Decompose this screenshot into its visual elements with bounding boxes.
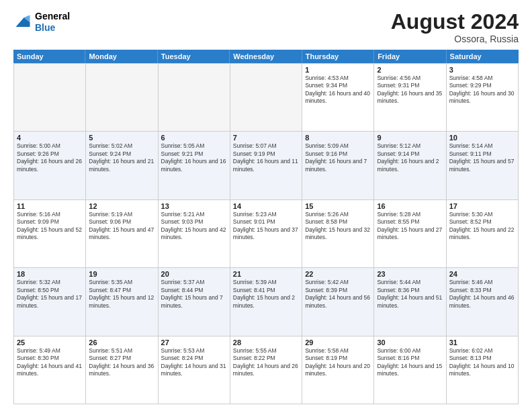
cal-cell-6: 6Sunrise: 5:05 AMSunset: 9:21 PMDaylight…: [159, 132, 230, 199]
day-number: 21: [233, 270, 299, 278]
cell-info: Sunrise: 5:37 AMSunset: 8:44 PMDaylight:…: [161, 279, 227, 310]
day-number: 18: [17, 270, 83, 278]
cal-cell-empty: [14, 64, 86, 132]
cal-cell-23: 23Sunrise: 5:44 AMSunset: 8:36 PMDayligh…: [374, 268, 446, 336]
cell-info: Sunrise: 5:53 AMSunset: 8:24 PMDaylight:…: [161, 347, 227, 378]
cal-cell-12: 12Sunrise: 5:19 AMSunset: 9:06 PMDayligh…: [86, 200, 158, 268]
cell-info: Sunrise: 5:32 AMSunset: 8:50 PMDaylight:…: [17, 279, 83, 310]
cell-info: Sunrise: 5:14 AMSunset: 9:11 PMDaylight:…: [449, 142, 515, 173]
cal-cell-21: 21Sunrise: 5:39 AMSunset: 8:41 PMDayligh…: [230, 268, 302, 336]
cal-cell-10: 10Sunrise: 5:14 AMSunset: 9:11 PMDayligh…: [447, 132, 519, 199]
header-day-tuesday: Tuesday: [158, 50, 230, 63]
cell-info: Sunrise: 5:58 AMSunset: 8:19 PMDaylight:…: [305, 347, 371, 378]
cell-info: Sunrise: 5:44 AMSunset: 8:36 PMDaylight:…: [377, 279, 443, 310]
cal-cell-27: 27Sunrise: 5:53 AMSunset: 8:24 PMDayligh…: [159, 336, 230, 404]
day-number: 13: [161, 202, 227, 210]
cal-cell-4: 4Sunrise: 5:00 AMSunset: 9:26 PMDaylight…: [14, 132, 86, 199]
header-day-monday: Monday: [85, 50, 157, 63]
location: Ossora, Russia: [391, 34, 519, 44]
day-number: 25: [17, 338, 83, 347]
cal-cell-3: 3Sunrise: 4:58 AMSunset: 9:29 PMDaylight…: [447, 64, 519, 132]
cell-info: Sunrise: 5:35 AMSunset: 8:47 PMDaylight:…: [89, 279, 154, 310]
cal-cell-13: 13Sunrise: 5:21 AMSunset: 9:03 PMDayligh…: [159, 200, 230, 268]
cell-info: Sunrise: 5:19 AMSunset: 9:06 PMDaylight:…: [89, 211, 154, 242]
day-number: 6: [161, 134, 227, 142]
day-number: 22: [305, 270, 371, 278]
day-number: 27: [161, 338, 227, 347]
cal-cell-22: 22Sunrise: 5:42 AMSunset: 8:39 PMDayligh…: [302, 268, 374, 336]
cal-row-4: 18Sunrise: 5:32 AMSunset: 8:50 PMDayligh…: [14, 268, 519, 336]
cell-info: Sunrise: 5:16 AMSunset: 9:09 PMDaylight:…: [17, 211, 83, 242]
cal-cell-11: 11Sunrise: 5:16 AMSunset: 9:09 PMDayligh…: [14, 200, 86, 268]
day-number: 9: [377, 134, 443, 142]
cal-cell-9: 9Sunrise: 5:12 AMSunset: 9:14 PMDaylight…: [374, 132, 446, 199]
cal-cell-16: 16Sunrise: 5:28 AMSunset: 8:55 PMDayligh…: [374, 200, 446, 268]
cal-cell-17: 17Sunrise: 5:30 AMSunset: 8:52 PMDayligh…: [447, 200, 519, 268]
cal-cell-2: 2Sunrise: 4:56 AMSunset: 9:31 PMDaylight…: [374, 64, 446, 132]
cell-info: Sunrise: 5:51 AMSunset: 8:27 PMDaylight:…: [89, 347, 154, 378]
day-number: 30: [377, 338, 443, 347]
cal-cell-14: 14Sunrise: 5:23 AMSunset: 9:01 PMDayligh…: [230, 200, 302, 268]
cell-info: Sunrise: 4:53 AMSunset: 9:34 PMDaylight:…: [305, 75, 371, 105]
cal-row-5: 25Sunrise: 5:49 AMSunset: 8:30 PMDayligh…: [14, 336, 519, 404]
logo: General Blue: [13, 11, 70, 34]
cell-info: Sunrise: 4:56 AMSunset: 9:31 PMDaylight:…: [377, 75, 443, 105]
cell-info: Sunrise: 5:55 AMSunset: 8:22 PMDaylight:…: [233, 347, 299, 378]
cell-info: Sunrise: 5:09 AMSunset: 9:16 PMDaylight:…: [305, 142, 371, 173]
cal-cell-30: 30Sunrise: 6:00 AMSunset: 8:16 PMDayligh…: [374, 336, 446, 404]
cell-info: Sunrise: 5:42 AMSunset: 8:39 PMDaylight:…: [305, 279, 371, 310]
day-number: 15: [305, 202, 371, 210]
header-day-thursday: Thursday: [302, 50, 374, 63]
day-number: 3: [449, 66, 515, 74]
cal-cell-empty: [159, 64, 230, 132]
cal-cell-31: 31Sunrise: 6:02 AMSunset: 8:13 PMDayligh…: [447, 336, 519, 404]
cal-cell-5: 5Sunrise: 5:02 AMSunset: 9:24 PMDaylight…: [86, 132, 158, 199]
day-number: 10: [449, 134, 515, 142]
cal-row-2: 4Sunrise: 5:00 AMSunset: 9:26 PMDaylight…: [14, 132, 519, 199]
cell-info: Sunrise: 5:00 AMSunset: 9:26 PMDaylight:…: [17, 142, 83, 173]
calendar-header: SundayMondayTuesdayWednesdayThursdayFrid…: [13, 50, 519, 63]
cal-row-3: 11Sunrise: 5:16 AMSunset: 9:09 PMDayligh…: [14, 200, 519, 268]
cell-info: Sunrise: 5:26 AMSunset: 8:58 PMDaylight:…: [305, 211, 371, 242]
day-number: 28: [233, 338, 299, 347]
logo-text: General Blue: [35, 11, 70, 34]
cal-cell-24: 24Sunrise: 5:46 AMSunset: 8:33 PMDayligh…: [447, 268, 519, 336]
day-number: 11: [17, 202, 83, 210]
header-day-sunday: Sunday: [13, 50, 85, 63]
day-number: 12: [89, 202, 154, 210]
cell-info: Sunrise: 5:02 AMSunset: 9:24 PMDaylight:…: [89, 142, 154, 173]
cal-cell-28: 28Sunrise: 5:55 AMSunset: 8:22 PMDayligh…: [230, 336, 302, 404]
day-number: 19: [89, 270, 154, 278]
cal-cell-15: 15Sunrise: 5:26 AMSunset: 8:58 PMDayligh…: [302, 200, 374, 268]
cell-info: Sunrise: 5:05 AMSunset: 9:21 PMDaylight:…: [161, 142, 227, 173]
cell-info: Sunrise: 5:28 AMSunset: 8:55 PMDaylight:…: [377, 211, 443, 242]
cal-row-1: 1Sunrise: 4:53 AMSunset: 9:34 PMDaylight…: [14, 64, 519, 132]
header-day-wednesday: Wednesday: [230, 50, 302, 63]
day-number: 4: [17, 134, 83, 142]
header-day-saturday: Saturday: [447, 50, 519, 63]
cell-info: Sunrise: 6:00 AMSunset: 8:16 PMDaylight:…: [377, 347, 443, 378]
day-number: 2: [377, 66, 443, 74]
day-number: 14: [233, 202, 299, 210]
cal-cell-empty: [230, 64, 302, 132]
cal-cell-1: 1Sunrise: 4:53 AMSunset: 9:34 PMDaylight…: [302, 64, 374, 132]
cell-info: Sunrise: 5:23 AMSunset: 9:01 PMDaylight:…: [233, 211, 299, 242]
header-day-friday: Friday: [374, 50, 446, 63]
cal-cell-8: 8Sunrise: 5:09 AMSunset: 9:16 PMDaylight…: [302, 132, 374, 199]
cal-cell-29: 29Sunrise: 5:58 AMSunset: 8:19 PMDayligh…: [302, 336, 374, 404]
day-number: 26: [89, 338, 154, 347]
cal-cell-19: 19Sunrise: 5:35 AMSunset: 8:47 PMDayligh…: [86, 268, 158, 336]
cal-cell-25: 25Sunrise: 5:49 AMSunset: 8:30 PMDayligh…: [14, 336, 86, 404]
day-number: 7: [233, 134, 299, 142]
cal-cell-18: 18Sunrise: 5:32 AMSunset: 8:50 PMDayligh…: [14, 268, 86, 336]
day-number: 5: [89, 134, 154, 142]
day-number: 20: [161, 270, 227, 278]
cell-info: Sunrise: 5:49 AMSunset: 8:30 PMDaylight:…: [17, 347, 83, 378]
title-block: August 2024 Ossora, Russia: [391, 11, 519, 44]
cal-cell-26: 26Sunrise: 5:51 AMSunset: 8:27 PMDayligh…: [86, 336, 158, 404]
day-number: 17: [449, 202, 515, 210]
cell-info: Sunrise: 5:12 AMSunset: 9:14 PMDaylight:…: [377, 142, 443, 173]
month-year: August 2024: [391, 11, 519, 32]
day-number: 1: [305, 66, 371, 74]
day-number: 31: [449, 338, 515, 347]
